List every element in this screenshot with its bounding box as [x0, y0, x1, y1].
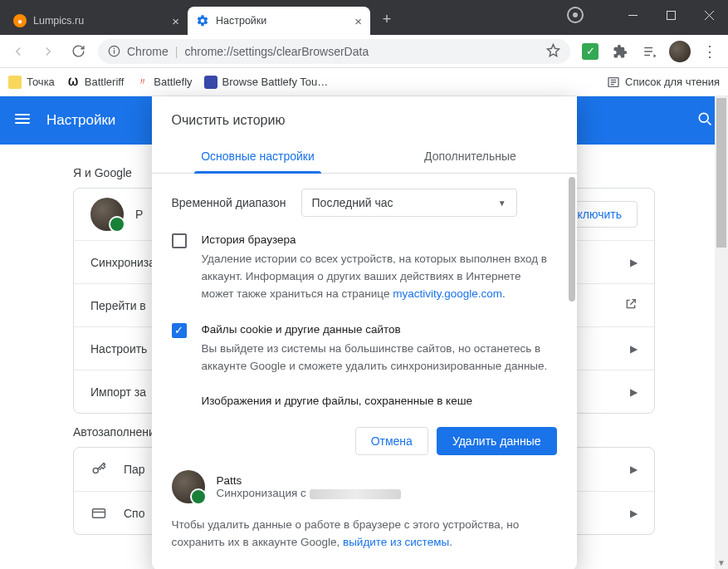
extensions-icon[interactable] [607, 38, 633, 65]
media-list-icon[interactable] [637, 38, 663, 65]
cancel-button[interactable]: Отмена [355, 427, 428, 455]
tab-label: Настройки [216, 15, 266, 27]
time-range-label: Временной диапазон [172, 196, 286, 209]
profile-avatar [172, 470, 205, 503]
reading-list-icon [607, 76, 620, 89]
checkbox[interactable] [172, 233, 187, 248]
bookmark-item[interactable]: Ѡ Battleriff [66, 76, 124, 89]
bookmark-item[interactable]: Точка [8, 76, 55, 89]
back-button[interactable] [5, 38, 32, 65]
media-control-icon[interactable] [567, 7, 584, 23]
dialog-tabs: Основные настройки Дополнительные [152, 141, 577, 174]
bookmark-item[interactable]: 〃 Battlefly [135, 76, 192, 89]
my-activity-link[interactable]: myactivity.google.com [393, 287, 502, 300]
checkbox-description: Удаление истории со всех устройств, на к… [202, 251, 555, 303]
bookmark-favicon [8, 76, 22, 89]
browser-toolbar: Chrome | chrome://settings/clearBrowserD… [0, 35, 728, 68]
dialog-footnote: Чтобы удалить данные о работе в браузере… [152, 512, 577, 569]
new-tab-button[interactable]: + [375, 8, 398, 32]
checkbox-item-history: История браузера Удаление истории со все… [172, 232, 564, 303]
bookmark-favicon [204, 76, 217, 89]
dialog-account-row: Patts Синхронизация с [152, 470, 577, 512]
tab-label: Lumpics.ru [33, 15, 84, 27]
svg-rect-3 [114, 48, 115, 49]
checkbox-label: Файлы cookie и другие данные сайтов [202, 321, 555, 339]
account-sync-label: Синхронизация с [217, 487, 401, 499]
favicon-settings [196, 14, 209, 27]
svg-rect-0 [667, 11, 675, 19]
forward-button[interactable] [35, 38, 61, 65]
origin-label: Chrome [127, 45, 169, 58]
page-content: Настройки Я и Google P Включить Синхрони… [0, 96, 728, 569]
dialog-actions: Отмена Удалить данные [152, 417, 577, 470]
menu-button[interactable]: ⋮ [696, 38, 723, 65]
checkbox-item-cookies: ✓ Файлы cookie и другие данные сайтов Вы… [172, 321, 564, 375]
reading-list-button[interactable]: Список для чтения [607, 76, 720, 89]
profile-avatar-button[interactable] [667, 38, 693, 65]
extension-adguard-icon[interactable]: ✓ [577, 38, 603, 65]
checkbox-label: Изображения и другие файлы, сохраненные … [202, 393, 473, 410]
bookmark-favicon: Ѡ [66, 76, 80, 89]
reload-button[interactable] [65, 38, 91, 65]
window-titlebar: ● Lumpics.ru × Настройки × + [0, 0, 728, 35]
window-maximize-button[interactable] [652, 0, 690, 30]
checkbox-item-cache: Изображения и другие файлы, сохраненные … [172, 393, 564, 412]
bookmark-item[interactable]: Browse Battlefy Tou… [204, 76, 329, 89]
time-range-select[interactable]: Последний час ▼ [301, 189, 517, 217]
checkbox-label: История браузера [202, 232, 555, 249]
window-minimize-button[interactable] [613, 0, 652, 30]
dialog-title: Очистить историю [152, 96, 577, 141]
address-bar[interactable]: Chrome | chrome://settings/clearBrowserD… [98, 39, 570, 64]
favicon-lumpics: ● [13, 14, 27, 27]
site-info-icon[interactable] [108, 45, 120, 57]
close-icon[interactable]: × [354, 14, 362, 28]
checkbox[interactable]: ✓ [172, 323, 187, 338]
tab-basic[interactable]: Основные настройки [152, 141, 364, 173]
chevron-down-icon: ▼ [498, 199, 506, 208]
window-close-button[interactable] [690, 0, 728, 30]
tab-advanced[interactable]: Дополнительные [364, 141, 577, 173]
sign-out-link[interactable]: выйдите из системы [343, 536, 449, 548]
browser-tab-inactive[interactable]: ● Lumpics.ru × [5, 7, 188, 35]
svg-rect-2 [114, 50, 115, 53]
account-email-redacted [310, 489, 401, 499]
browser-tab-active[interactable]: Настройки × [188, 7, 370, 35]
scrollbar-thumb[interactable] [569, 177, 575, 302]
checkbox-description: Вы выйдете из системы на большинстве сай… [202, 341, 555, 375]
bookmarks-bar: Точка Ѡ Battleriff 〃 Battlefly Browse Ba… [0, 68, 728, 96]
close-icon[interactable]: × [172, 14, 179, 28]
dialog-body: Временной диапазон Последний час ▼ Истор… [152, 174, 577, 417]
bookmark-favicon: 〃 [135, 76, 149, 89]
bookmark-star-icon[interactable] [546, 43, 560, 60]
url-text: chrome://settings/clearBrowserData [184, 45, 369, 58]
dialog-scrollbar[interactable] [565, 174, 577, 417]
clear-data-button[interactable]: Удалить данные [437, 427, 557, 455]
clear-data-dialog: Очистить историю Основные настройки Допо… [152, 96, 577, 569]
account-name: Patts [217, 474, 401, 487]
